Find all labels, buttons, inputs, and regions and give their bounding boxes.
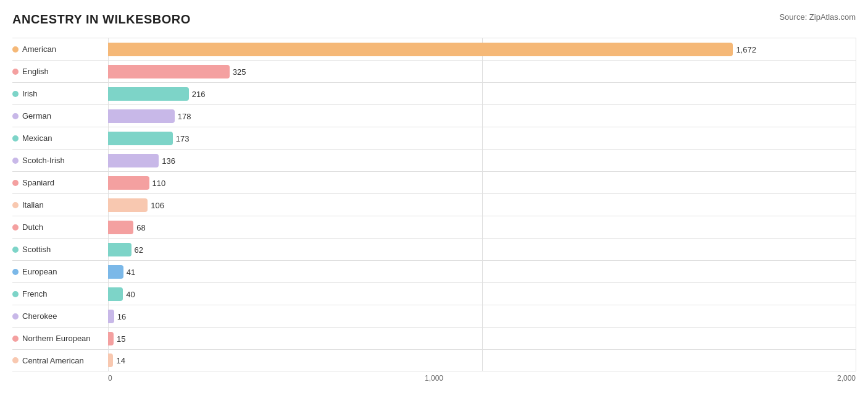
bar-label-text: American [22,44,56,54]
bar-label: Scottish [12,245,108,254]
bar-value-label: 1,672 [736,44,756,54]
bar-fill: 106 [108,198,148,212]
bar-label-text: Irish [22,89,38,98]
bar-fill: 1,672 [108,43,733,56]
bar-dot [12,269,19,275]
bar-label: Dutch [12,222,108,232]
bar-row: German178 [12,104,856,127]
bar-dot [12,224,19,231]
bar-container: 40 [108,287,856,301]
bar-container: 1,672 [108,43,856,56]
bar-label: English [12,67,108,76]
bar-label-text: Northern European [22,334,91,343]
bar-fill: 173 [108,132,173,145]
bar-value-label: 62 [135,245,143,254]
bar-label-text: Cherokee [22,311,57,321]
bar-label: Spaniard [12,178,108,187]
bar-label: German [12,111,108,121]
bar-label-text: European [22,267,57,276]
bar-fill: 136 [108,154,159,167]
bar-value-label: 40 [126,289,135,298]
bar-value-label: 15 [117,334,125,343]
bar-label-text: French [22,289,47,298]
x-axis: 01,0002,000 [12,374,856,383]
bar-value-label: 178 [178,111,191,121]
bar-container: 173 [108,132,856,145]
bar-dot [12,336,19,342]
chart-title: ANCESTRY IN WILKESBORO [12,12,191,27]
bar-label-text: Dutch [22,222,43,232]
bar-dot [12,247,19,253]
bar-container: 41 [108,265,856,279]
bar-dot [12,113,19,119]
bar-fill: 14 [108,354,113,367]
bar-row: Spaniard110 [12,171,856,193]
bar-dot [12,158,19,164]
bar-label: Italian [12,200,108,210]
bar-value-label: 136 [162,156,175,165]
bar-row: Dutch68 [12,216,856,238]
bar-dot [12,180,19,186]
x-axis-label: 0 [108,374,112,383]
bar-row: English325 [12,60,856,82]
bar-dot [12,357,19,363]
bar-value-label: 325 [233,67,246,76]
bar-row: French40 [12,282,856,305]
bar-dot [12,135,19,142]
bar-container: 68 [108,221,856,234]
bar-value-label: 41 [127,267,135,276]
bar-row: Mexican173 [12,127,856,149]
bar-row: Northern European15 [12,327,856,349]
bar-label: Mexican [12,133,108,143]
bar-label-text: Scotch-Irish [22,156,65,165]
bar-container: 62 [108,243,856,256]
x-axis-label: 2,000 [837,374,856,383]
bar-container: 16 [108,310,856,323]
bar-container: 106 [108,198,856,212]
bar-row: Scottish62 [12,238,856,260]
bar-label-text: Mexican [22,133,52,143]
bar-dot [12,46,19,53]
x-axis-label: 1,000 [425,374,443,383]
bar-fill: 216 [108,87,189,101]
bar-dot [12,69,19,75]
bar-fill: 41 [108,265,123,279]
bar-label: American [12,44,108,54]
bar-label: European [12,267,108,276]
bar-container: 216 [108,87,856,101]
bar-fill: 68 [108,221,133,234]
bar-label-text: English [22,67,49,76]
bar-row: Scotch-Irish136 [12,149,856,171]
bar-fill: 110 [108,176,149,190]
bar-label: Cherokee [12,311,108,321]
bar-dot [12,91,19,97]
bar-fill: 178 [108,109,175,123]
bar-row: Italian106 [12,193,856,216]
bar-label: French [12,289,108,298]
bar-row: European41 [12,260,856,282]
bar-container: 15 [108,332,856,345]
bar-row: Central American14 [12,349,856,371]
bar-container: 178 [108,109,856,123]
bar-label-text: Central American [22,356,84,365]
bar-value-label: 106 [151,200,164,210]
bar-label: Scotch-Irish [12,156,108,165]
bar-row: Cherokee16 [12,305,856,327]
bar-label-text: Spaniard [22,178,54,187]
bar-container: 110 [108,176,856,190]
bar-value-label: 68 [136,222,145,232]
bar-label-text: Italian [22,200,44,210]
bar-container: 14 [108,354,856,367]
bar-fill: 16 [108,310,114,323]
bar-row: Irish216 [12,82,856,104]
bar-dot [12,291,19,297]
bars-container: American1,672English325Irish216German178… [12,38,856,371]
bar-value-label: 110 [152,178,166,187]
grid-and-bars: American1,672English325Irish216German178… [12,38,856,371]
bar-container: 136 [108,154,856,167]
bar-row: American1,672 [12,38,856,60]
bar-fill: 40 [108,287,123,301]
bar-value-label: 16 [117,311,126,321]
grid-line [856,38,856,371]
bar-fill: 62 [108,243,131,256]
